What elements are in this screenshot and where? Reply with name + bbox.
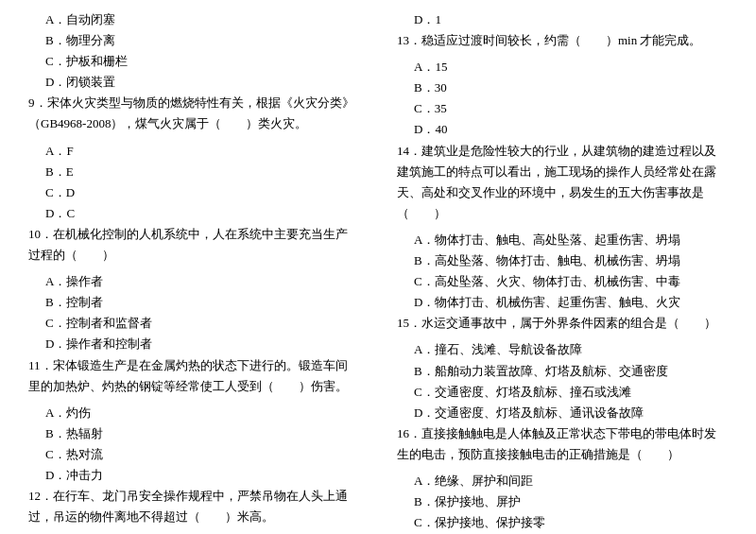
option: C．保护接地、保护接零 — [414, 512, 728, 533]
page-content: A．自动闭塞B．物理分离C．护板和栅栏D．闭锁装置9．宋体火灾类型与物质的燃烧特… — [28, 9, 728, 534]
option: D．40 — [414, 119, 728, 140]
option: D．操作者和控制者 — [45, 334, 359, 354]
option: A．F — [45, 141, 359, 162]
option: A．15 — [414, 57, 728, 78]
option: B．船舶动力装置故障、灯塔及航标、交通密度 — [414, 361, 728, 382]
option: C．高处坠落、火灾、物体打击、机械伤害、中毒 — [414, 271, 728, 292]
option: D．冲击力 — [45, 465, 359, 486]
option: B．E — [45, 162, 359, 182]
option: B．控制者 — [45, 292, 359, 313]
question-title: 16．直接接触触电是人体触及正常状态下带电的带电体时发生的电击，预防直接接触电击… — [397, 423, 728, 465]
option: C．控制者和监督者 — [45, 313, 359, 334]
right-column: D．113．稳适应过渡时间较长，约需（ ）min 才能完成。A．15B．30C．… — [378, 9, 728, 534]
option: D．1 — [414, 9, 728, 30]
option: B．保护接地、屏护 — [414, 491, 728, 512]
left-column: A．自动闭塞B．物理分离C．护板和栅栏D．闭锁装置9．宋体火灾类型与物质的燃烧特… — [28, 9, 378, 534]
question-title: 12．在行车、龙门吊安全操作规程中，严禁吊物在人头上通过，吊运的物件离地不得超过… — [28, 486, 359, 527]
option: B．高处坠落、物体打击、触电、机械伤害、坍塌 — [414, 250, 728, 271]
question-block: 10．在机械化控制的人机系统中，人在系统中主要充当生产过程的（ ） — [28, 224, 359, 266]
option: D．交通密度、灯塔及航标、通讯设备故障 — [414, 403, 728, 423]
option: C．35 — [414, 98, 728, 119]
question-block: 12．在行车、龙门吊安全操作规程中，严禁吊物在人头上通过，吊运的物件离地不得超过… — [28, 486, 359, 527]
question-block: 15．水运交通事故中，属于外界条件因素的组合是（ ） — [397, 313, 728, 334]
question-block: 16．直接接触触电是人体触及正常状态下带电的带电体时发生的电击，预防直接接触电击… — [397, 423, 728, 465]
option: A．撞石、浅滩、导航设备故障 — [414, 339, 728, 360]
option: B．物理分离 — [45, 30, 359, 51]
question-block: 9．宋体火灾类型与物质的燃烧特性有关，根据《火灾分类》（GB4968-2008）… — [28, 93, 359, 134]
option: D．C — [45, 203, 359, 224]
option: C．D — [45, 182, 359, 203]
option: B．30 — [414, 78, 728, 98]
option: B．热辐射 — [45, 423, 359, 444]
option: A．物体打击、触电、高处坠落、起重伤害、坍塌 — [414, 230, 728, 250]
question-block: 13．稳适应过渡时间较长，约需（ ）min 才能完成。 — [397, 30, 728, 51]
question-title: 14．建筑业是危险性较大的行业，从建筑物的建造过程以及建筑施工的特点可以看出，施… — [397, 141, 728, 224]
option: C．交通密度、灯塔及航标、撞石或浅滩 — [414, 382, 728, 403]
question-block: 14．建筑业是危险性较大的行业，从建筑物的建造过程以及建筑施工的特点可以看出，施… — [397, 141, 728, 224]
question-title: 15．水运交通事故中，属于外界条件因素的组合是（ ） — [397, 313, 728, 334]
option: A．灼伤 — [45, 403, 359, 423]
question-title: 10．在机械化控制的人机系统中，人在系统中主要充当生产过程的（ ） — [28, 224, 359, 266]
question-title: 11．宋体锻造生产是在金属灼热的状态下进行的。锻造车间里的加热炉、灼热的钢锭等经… — [28, 355, 359, 397]
option: C．热对流 — [45, 444, 359, 465]
question-title: 9．宋体火灾类型与物质的燃烧特性有关，根据《火灾分类》（GB4968-2008）… — [28, 93, 359, 134]
option: A．操作者 — [45, 271, 359, 292]
option: D．物体打击、机械伤害、起重伤害、触电、火灾 — [414, 292, 728, 313]
option: D．闭锁装置 — [45, 72, 359, 93]
question-title: 13．稳适应过渡时间较长，约需（ ）min 才能完成。 — [397, 30, 728, 51]
option: C．护板和栅栏 — [45, 51, 359, 72]
question-block: 11．宋体锻造生产是在金属灼热的状态下进行的。锻造车间里的加热炉、灼热的钢锭等经… — [28, 355, 359, 397]
option: A．绝缘、屏护和间距 — [414, 471, 728, 491]
option: A．自动闭塞 — [45, 9, 359, 30]
